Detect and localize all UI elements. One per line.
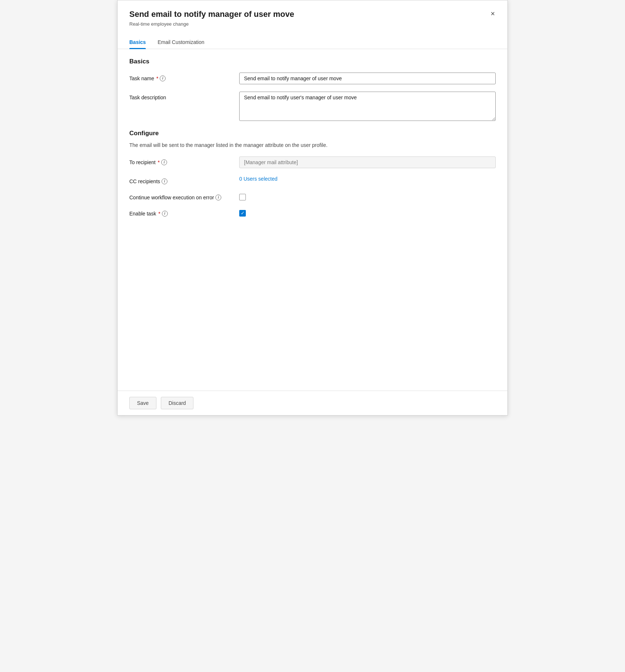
- dialog-title: Send email to notify manager of user mov…: [129, 9, 496, 20]
- to-recipient-info-icon[interactable]: i: [161, 159, 167, 165]
- enable-task-checkbox[interactable]: [239, 210, 246, 217]
- basics-section-title: Basics: [129, 58, 496, 65]
- continue-workflow-checkbox-wrapper: [239, 192, 496, 200]
- enable-task-control: [239, 208, 496, 217]
- continue-workflow-control: [239, 192, 496, 200]
- cc-recipients-link[interactable]: 0 Users selected: [239, 176, 277, 182]
- save-button[interactable]: Save: [129, 397, 156, 409]
- continue-workflow-info-icon[interactable]: i: [215, 195, 221, 200]
- to-recipient-control: [239, 156, 496, 168]
- task-name-control: [239, 73, 496, 84]
- task-description-label: Task description: [129, 92, 239, 100]
- continue-workflow-label: Continue workflow execution on error i: [129, 192, 239, 200]
- continue-workflow-checkbox[interactable]: [239, 194, 246, 200]
- dialog-subtitle: Real-time employee change: [129, 21, 496, 27]
- to-recipient-required: *: [158, 159, 160, 165]
- task-description-row: Task description Send email to notify us…: [129, 92, 496, 122]
- tabs-container: Basics Email Customization: [118, 36, 507, 49]
- cc-recipients-row: CC recipients i 0 Users selected: [129, 176, 496, 184]
- configure-description: The email will be sent to the manager li…: [129, 141, 496, 149]
- dialog-header: Send email to notify manager of user mov…: [118, 0, 507, 33]
- task-name-info-icon[interactable]: i: [160, 75, 166, 81]
- enable-task-checkbox-wrapper: [239, 208, 496, 217]
- cc-recipients-control: 0 Users selected: [239, 176, 496, 182]
- task-name-input[interactable]: [239, 73, 496, 84]
- to-recipient-row: To recipient * i: [129, 156, 496, 168]
- tab-basics[interactable]: Basics: [129, 36, 146, 49]
- dialog-body: Basics Task name * i Task description Se…: [118, 49, 507, 391]
- task-description-input[interactable]: Send email to notify user's manager of u…: [239, 92, 496, 121]
- close-button[interactable]: ×: [487, 8, 499, 19]
- task-name-label: Task name * i: [129, 73, 239, 81]
- dialog-footer: Save Discard: [118, 391, 507, 415]
- enable-task-info-icon[interactable]: i: [162, 211, 168, 217]
- to-recipient-label: To recipient * i: [129, 156, 239, 165]
- enable-task-label: Enable task * i: [129, 208, 239, 217]
- task-name-required: *: [156, 75, 158, 81]
- discard-button[interactable]: Discard: [161, 397, 193, 409]
- dialog-panel: Send email to notify manager of user mov…: [117, 0, 508, 416]
- enable-task-required: *: [158, 211, 160, 217]
- continue-workflow-row: Continue workflow execution on error i: [129, 192, 496, 200]
- to-recipient-input: [239, 156, 496, 168]
- task-name-row: Task name * i: [129, 73, 496, 84]
- cc-recipients-info-icon[interactable]: i: [162, 178, 167, 184]
- tab-email-customization[interactable]: Email Customization: [158, 36, 204, 49]
- configure-section-title: Configure: [129, 130, 496, 137]
- task-description-control: Send email to notify user's manager of u…: [239, 92, 496, 122]
- enable-task-row: Enable task * i: [129, 208, 496, 217]
- configure-section: Configure The email will be sent to the …: [129, 130, 496, 217]
- cc-recipients-label: CC recipients i: [129, 176, 239, 184]
